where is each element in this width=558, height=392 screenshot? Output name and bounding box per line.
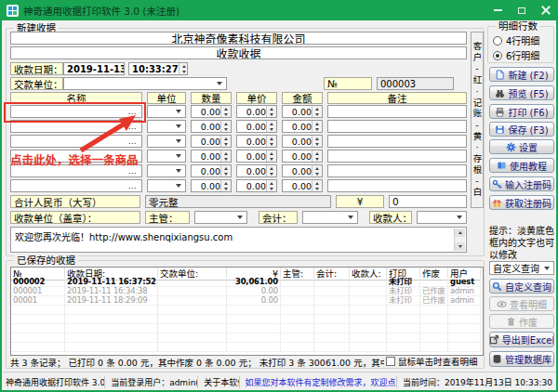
item-amount-stepper[interactable]: 0.00 bbox=[282, 164, 323, 177]
item-qty-stepper[interactable]: 0.00 bbox=[191, 135, 232, 148]
item-amount-stepper[interactable]: 0.00 bbox=[282, 135, 323, 148]
chevron-down-icon[interactable] bbox=[173, 165, 184, 176]
accountant-select[interactable] bbox=[302, 211, 358, 224]
doc-title-input[interactable]: 收款收据 bbox=[10, 46, 467, 59]
chevron-down-icon[interactable] bbox=[214, 78, 225, 89]
item-note-input[interactable] bbox=[327, 120, 467, 133]
chevron-down-icon[interactable] bbox=[234, 212, 246, 223]
close-button[interactable] bbox=[534, 0, 558, 20]
item-unit-select[interactable] bbox=[147, 120, 186, 133]
item-unit-select[interactable] bbox=[147, 179, 186, 192]
item-name-input[interactable]: … bbox=[10, 120, 142, 133]
radio-4-lines[interactable]: 4行明细 bbox=[493, 33, 539, 47]
spinner-buttons[interactable] bbox=[312, 180, 322, 191]
tutorial-button[interactable]: 使用教程 bbox=[489, 158, 554, 173]
statusbar-contact-link[interactable]: 如果您对本软件有定制修改需求，欢迎点击这里联系我们 bbox=[240, 376, 397, 388]
item-note-input[interactable] bbox=[327, 105, 467, 118]
pick-product-button[interactable]: … bbox=[126, 137, 139, 146]
spinner-buttons[interactable] bbox=[220, 150, 231, 162]
total-amount-input[interactable]: 0 bbox=[389, 195, 467, 208]
item-amount-stepper[interactable]: 0.00 bbox=[282, 105, 323, 118]
query-type-select[interactable]: 自定义查询 bbox=[489, 261, 554, 275]
item-note-input[interactable] bbox=[327, 135, 467, 148]
spinner-buttons[interactable] bbox=[266, 180, 276, 191]
item-price-stepper[interactable]: 0.00 bbox=[236, 150, 277, 163]
item-unit-select[interactable] bbox=[147, 150, 186, 163]
checkbox-icon[interactable] bbox=[386, 357, 395, 366]
chevron-down-icon[interactable] bbox=[173, 106, 184, 117]
view-detail-checkbox[interactable]: 鼠标单击时查看明细 bbox=[386, 355, 478, 368]
item-qty-stepper[interactable]: 0.00 bbox=[191, 179, 232, 192]
spinner-buttons[interactable] bbox=[220, 180, 231, 191]
print-button[interactable]: 打印 (F6) bbox=[489, 104, 554, 119]
item-name-input[interactable]: … bbox=[10, 150, 142, 163]
spinner-buttons[interactable] bbox=[266, 121, 276, 132]
chevron-down-icon[interactable] bbox=[454, 212, 465, 223]
pick-product-button[interactable]: … bbox=[126, 122, 139, 131]
item-unit-select[interactable] bbox=[147, 135, 186, 148]
radio-icon[interactable] bbox=[493, 51, 502, 60]
custom-query-button[interactable]: 自定义查询 bbox=[489, 279, 554, 294]
item-qty-stepper[interactable]: 0.00 bbox=[191, 164, 232, 177]
spinner-buttons[interactable] bbox=[220, 106, 231, 117]
save-button[interactable]: 保存 (F3) bbox=[489, 122, 554, 137]
statusbar-about-link[interactable]: 关于本软件 bbox=[198, 376, 239, 388]
spinner-buttons[interactable] bbox=[312, 121, 322, 132]
item-qty-stepper[interactable]: 0.00 bbox=[191, 105, 232, 118]
spinner-buttons[interactable] bbox=[266, 136, 276, 147]
radio-icon[interactable] bbox=[493, 36, 502, 46]
new-button[interactable]: 新建 (F2) bbox=[489, 67, 554, 82]
spinner-buttons[interactable] bbox=[266, 106, 276, 117]
item-price-stepper[interactable]: 0.00 bbox=[236, 135, 277, 148]
chevron-down-icon[interactable] bbox=[173, 150, 184, 162]
settings-button[interactable]: 设置 bbox=[489, 139, 554, 154]
item-amount-stepper[interactable]: 0.00 bbox=[282, 150, 323, 163]
date-picker[interactable]: 2019-11-13 bbox=[63, 62, 125, 75]
item-qty-stepper[interactable]: 0.00 bbox=[191, 120, 232, 133]
item-unit-select[interactable] bbox=[147, 164, 186, 177]
item-name-input[interactable]: … bbox=[10, 164, 142, 177]
minimize-button[interactable] bbox=[485, 0, 510, 20]
pick-product-button[interactable]: … bbox=[126, 151, 139, 161]
item-note-input[interactable] bbox=[327, 164, 467, 177]
spinner-buttons[interactable] bbox=[220, 136, 231, 147]
item-note-input[interactable] bbox=[327, 150, 467, 163]
radio-6-lines[interactable]: 6行明细 bbox=[493, 48, 539, 62]
spinner-buttons[interactable] bbox=[220, 121, 231, 132]
item-price-stepper[interactable]: 0.00 bbox=[236, 105, 277, 118]
item-amount-stepper[interactable]: 0.00 bbox=[282, 120, 323, 133]
payer-select[interactable] bbox=[63, 77, 227, 90]
time-stepper[interactable]: 10:33:27 bbox=[128, 62, 188, 75]
preview-button[interactable]: 预览 (F5) bbox=[489, 85, 554, 100]
item-unit-select[interactable] bbox=[147, 105, 186, 118]
item-price-stepper[interactable]: 0.00 bbox=[236, 164, 277, 177]
spinner-buttons[interactable] bbox=[220, 165, 231, 176]
pick-product-button[interactable]: … bbox=[126, 181, 139, 190]
item-amount-stepper[interactable]: 0.00 bbox=[282, 179, 323, 192]
chevron-down-icon[interactable] bbox=[541, 262, 552, 274]
manage-database-button[interactable]: 管理数据库 bbox=[489, 351, 554, 367]
payee-select[interactable] bbox=[417, 211, 467, 224]
item-name-input[interactable]: … bbox=[10, 105, 142, 118]
time-spinner-buttons[interactable] bbox=[179, 63, 188, 74]
saved-receipts-table[interactable]: № 收款日期: 交款单位: ¥ 主管: 会计: 收款人: 打印 作废 用户 00… bbox=[10, 267, 484, 356]
spinner-buttons[interactable] bbox=[312, 136, 322, 147]
item-price-stepper[interactable]: 0.00 bbox=[236, 179, 277, 192]
item-price-stepper[interactable]: 0.00 bbox=[236, 120, 277, 133]
chevron-down-icon[interactable] bbox=[173, 180, 184, 191]
pick-product-button[interactable]: … bbox=[126, 166, 139, 176]
spinner-buttons[interactable] bbox=[312, 150, 322, 162]
enter-code-button[interactable]: 输入注册码 bbox=[489, 176, 554, 191]
item-name-input[interactable]: … bbox=[10, 179, 142, 192]
supervisor-select[interactable] bbox=[194, 211, 247, 224]
pick-product-button[interactable]: … bbox=[126, 107, 139, 116]
item-qty-stepper[interactable]: 0.00 bbox=[191, 150, 232, 163]
scrollbar[interactable] bbox=[454, 229, 465, 251]
item-name-input[interactable]: … bbox=[10, 135, 142, 148]
company-name-input[interactable]: 北京神奇像素科技有限公司 bbox=[10, 32, 467, 45]
export-excel-button[interactable]: 导出到Excel bbox=[489, 332, 554, 347]
welcome-note-input[interactable]: 欢迎您再次光临！http://www.shenqixiangsu.com bbox=[10, 227, 467, 253]
maximize-button[interactable] bbox=[510, 0, 534, 20]
chevron-down-icon[interactable] bbox=[345, 212, 356, 223]
spinner-buttons[interactable] bbox=[266, 165, 276, 176]
